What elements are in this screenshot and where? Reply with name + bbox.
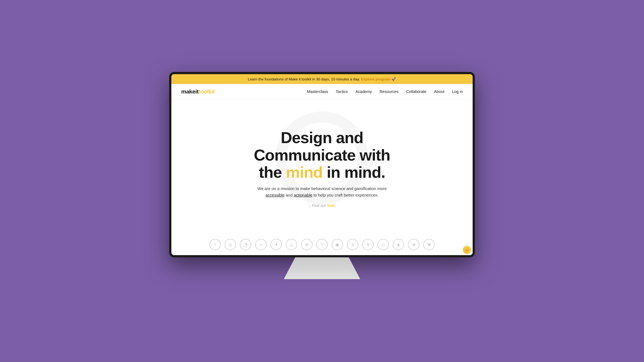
- logo-part1: makeit: [181, 88, 199, 95]
- banner-text: Learn the foundations of Make it toolkit…: [248, 77, 360, 81]
- icon-7[interactable]: ▽: [316, 239, 328, 250]
- hero-subtitle-link1[interactable]: accessible: [266, 193, 285, 197]
- nav-links: Masterclass Tactics Academy Resources Co…: [307, 89, 463, 94]
- hero-subtitle-pre: We are on a mission to make behavioral s…: [257, 186, 387, 191]
- hero-cta-pre: ↓ Find out: [309, 203, 326, 208]
- nav-tactics[interactable]: Tactics: [336, 89, 348, 94]
- icon-2[interactable]: ◔: [240, 239, 251, 250]
- hero-title-line3-post: in mind.: [323, 163, 385, 181]
- nav-collaborate[interactable]: Collaborate: [406, 89, 426, 94]
- corner-badge-icon: 😊: [465, 248, 469, 252]
- nav-academy[interactable]: Academy: [356, 89, 372, 94]
- logo-part2: toolkit: [199, 88, 215, 95]
- nav-masterclass[interactable]: Masterclass: [307, 89, 328, 94]
- icon-6[interactable]: ⊕: [301, 239, 312, 250]
- hero-subtitle-post: to help you craft better experiences.: [312, 193, 379, 197]
- hero-title-highlight: mind: [286, 163, 323, 181]
- hero-title-line2: Communicate with: [254, 146, 390, 164]
- monitor-screen: Learn the foundations of Make it toolkit…: [171, 74, 473, 255]
- icon-3[interactable]: ▱: [255, 239, 267, 250]
- icon-11[interactable]: ◇: [377, 239, 389, 250]
- icon-12[interactable]: ◈: [393, 239, 404, 250]
- logo[interactable]: makeittoolkit: [181, 88, 215, 95]
- hero-subtitle-link2[interactable]: actionable: [294, 193, 312, 197]
- banner-link[interactable]: Explore program 🚀: [361, 77, 396, 81]
- hero-title-line3-pre: the: [259, 163, 286, 181]
- icon-0[interactable]: ○: [209, 239, 221, 250]
- nav-login[interactable]: Log in: [452, 89, 463, 94]
- hero-cta-highlight: how: [327, 203, 335, 208]
- icon-13[interactable]: ⊗: [408, 239, 419, 250]
- icon-5[interactable]: △: [286, 239, 297, 250]
- hero-cta[interactable]: ↓ Find out how: [309, 203, 335, 208]
- monitor: Learn the foundations of Make it toolkit…: [169, 72, 475, 257]
- icon-10[interactable]: ✳: [362, 239, 374, 250]
- icon-4[interactable]: ✦: [270, 239, 282, 250]
- hero-section: Design and Communicate with the mind in …: [171, 99, 473, 234]
- monitor-stand: [284, 257, 360, 279]
- corner-badge[interactable]: 😊: [463, 246, 471, 254]
- icon-1[interactable]: ◎: [225, 239, 236, 250]
- icon-row: ○ ◎ ◔ ▱ ✦ △ ⊕ ▽ ◉ ⧖ ✳ ◇ ◈ ⊗ ❋: [171, 234, 473, 255]
- nav-about[interactable]: About: [434, 89, 445, 94]
- announcement-banner: Learn the foundations of Make it toolkit…: [171, 74, 473, 84]
- hero-title: Design and Communicate with the mind in …: [254, 129, 390, 181]
- navbar: makeittoolkit Masterclass Tactics Academ…: [171, 84, 473, 99]
- hero-subtitle-mid: and: [285, 193, 294, 197]
- icon-9[interactable]: ⧖: [347, 239, 358, 250]
- icon-8[interactable]: ◉: [332, 239, 343, 250]
- hero-subtitle: We are on a mission to make behavioral s…: [254, 185, 390, 198]
- nav-resources[interactable]: Resources: [380, 89, 398, 94]
- icon-14[interactable]: ❋: [423, 239, 435, 250]
- hero-title-line1: Design and: [281, 129, 363, 146]
